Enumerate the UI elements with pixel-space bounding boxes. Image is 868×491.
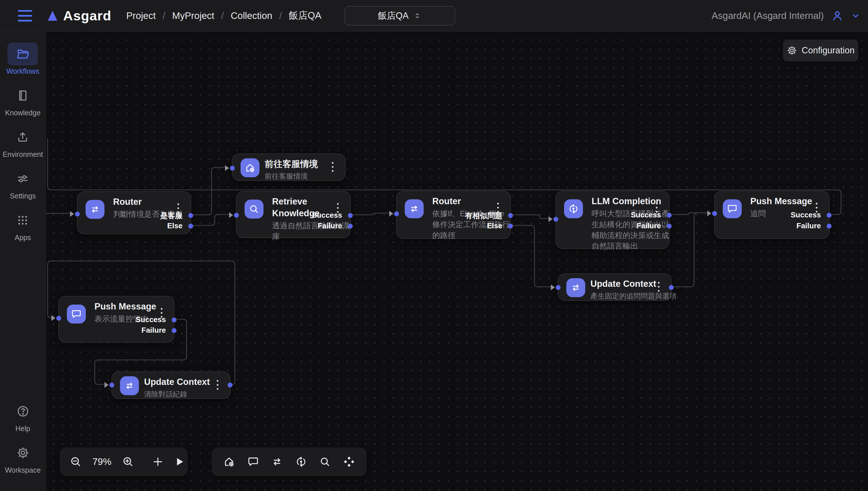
folder-icon <box>16 47 29 60</box>
sidebar-item-settings[interactable]: Settings <box>3 167 43 200</box>
node-title: Update Context <box>591 278 656 290</box>
brand-name: Asgard <box>63 8 111 24</box>
output-port[interactable] <box>172 317 177 322</box>
node-title: Push Message <box>750 196 812 207</box>
output-label: Success <box>135 315 166 324</box>
node-router-2[interactable]: Router依據If、Else If、Else條件決定工作流程執行的路徑有相似問… <box>396 191 511 239</box>
input-port[interactable] <box>712 211 717 216</box>
upload-icon <box>16 131 29 144</box>
node-text: Update Context清除對話紀錄 <box>144 376 210 399</box>
llm-icon <box>568 203 579 214</box>
output-port[interactable] <box>348 224 353 229</box>
kebab-menu-icon[interactable] <box>656 280 661 293</box>
input-port[interactable] <box>556 285 561 290</box>
output-label: Success <box>790 210 821 220</box>
node-goto-scene[interactable]: 前往客服情境前往客服情境 <box>232 153 346 181</box>
sidebar-item-label: Knowledge <box>5 109 41 117</box>
llm-icon <box>295 456 307 468</box>
node-title: Update Context <box>144 376 210 388</box>
zoom-level: 79% <box>91 456 113 467</box>
output-label: Failure <box>141 326 166 335</box>
input-port[interactable] <box>234 213 239 218</box>
breadcrumb-project[interactable]: Project <box>126 10 156 21</box>
appsgrid-icon <box>16 214 29 227</box>
input-port[interactable] <box>75 212 80 216</box>
workflow-canvas[interactable] <box>46 32 868 491</box>
node-subtitle: 產生固定的追問問題與選項 <box>591 291 656 301</box>
node-icon-tile <box>564 199 583 218</box>
output-port[interactable] <box>669 285 674 290</box>
output-port[interactable] <box>188 224 193 229</box>
kebab-menu-icon[interactable] <box>330 160 335 174</box>
sidebar-tile-settings <box>7 167 38 190</box>
output-port[interactable] <box>667 213 672 218</box>
sidebar-item-help[interactable]: Help <box>8 400 38 433</box>
node-push-message-throttle[interactable]: Push Message表示流量控管中SuccessFailure <box>58 296 174 343</box>
node-router-1[interactable]: Router判斷情境是否為客服是客服Else <box>77 191 191 234</box>
tool-push-message-button[interactable] <box>247 456 260 468</box>
menu-icon[interactable] <box>18 10 32 22</box>
tool-update-context-button[interactable] <box>271 456 283 468</box>
input-port[interactable] <box>230 166 235 171</box>
sidebar-main: WorkflowsKnowledgeEnvironmentSettingsApp… <box>3 42 43 250</box>
node-update-context-clear[interactable]: Update Context清除對話紀錄 <box>111 371 230 399</box>
tool-add-scene-button[interactable] <box>223 456 235 468</box>
breadcrumb: Project/ MyProject/ Collection/ 飯店QA <box>126 9 322 22</box>
account-label: AsgardAI (Asgard Internal) <box>711 10 824 21</box>
sidebar-item-label: Help <box>16 425 30 433</box>
output-label: Else <box>487 222 503 230</box>
sidebar-item-label: Environment <box>3 150 43 158</box>
output-port[interactable] <box>508 213 513 218</box>
tool-move-button[interactable] <box>343 456 355 468</box>
output-port[interactable] <box>188 213 193 218</box>
output-port[interactable] <box>172 328 177 333</box>
zoom-out-button[interactable] <box>70 456 82 468</box>
gear-icon <box>787 45 797 56</box>
output-port[interactable] <box>827 224 832 229</box>
output-port[interactable] <box>348 213 353 218</box>
workflow-selector[interactable]: 飯店QA <box>345 6 455 26</box>
tool-retrieve-knowledge-button[interactable] <box>319 456 331 468</box>
input-port[interactable] <box>56 316 61 321</box>
node-title: Push Message <box>94 301 156 313</box>
configuration-button[interactable]: Configuration <box>783 39 858 61</box>
kebab-menu-icon[interactable] <box>215 378 220 392</box>
output-port[interactable] <box>667 224 672 229</box>
zoom-in-button[interactable] <box>122 456 134 468</box>
breadcrumb-workflow[interactable]: 飯店QA <box>289 9 322 22</box>
sidebar-item-knowledge[interactable]: Knowledge <box>3 84 43 117</box>
breadcrumb-myproject[interactable]: MyProject <box>172 10 214 21</box>
tool-llm-completion-button[interactable] <box>295 456 307 468</box>
brand: Asgard <box>46 8 111 24</box>
sidebar-item-environment[interactable]: Environment <box>3 126 43 158</box>
node-retrieve-knowledge[interactable]: Retrieve Knowledge透過自然語言檢索知識庫SuccessFail… <box>236 191 351 238</box>
node-icon-tile <box>723 199 742 218</box>
output-port[interactable] <box>508 224 513 229</box>
person-icon[interactable] <box>831 9 844 22</box>
input-port[interactable] <box>109 383 114 387</box>
chevron-down-icon[interactable] <box>851 11 861 21</box>
output-port[interactable] <box>227 383 233 387</box>
node-update-context-followup[interactable]: Update Context產生固定的追問問題與選項 <box>558 273 672 301</box>
sidebar-item-workflows[interactable]: Workflows <box>3 42 43 76</box>
updown-chevron-icon <box>413 11 422 20</box>
node-icon-tile <box>566 278 585 297</box>
asgard-logo-icon <box>46 9 59 22</box>
breadcrumb-collection[interactable]: Collection <box>231 10 272 21</box>
node-llm-completion[interactable]: LLM Completion呼叫大型語言模型並產生結構化的資料輸出以輔助流程的決… <box>555 191 670 249</box>
node-title: 前往客服情境 <box>265 158 318 170</box>
sidebar-item-apps[interactable]: Apps <box>3 209 43 242</box>
output-port[interactable] <box>827 213 832 218</box>
sidebar-item-workspace[interactable]: Workspace <box>5 441 41 474</box>
node-icon-tile <box>245 200 264 219</box>
input-port[interactable] <box>394 211 399 216</box>
input-port[interactable] <box>553 217 558 222</box>
workflow-selector-value: 飯店QA <box>378 10 409 22</box>
add-node-button[interactable] <box>152 456 164 468</box>
node-push-message-followup[interactable]: Push Message追問SuccessFailure <box>714 191 830 239</box>
run-button[interactable] <box>173 456 185 468</box>
sidebar-item-label: Workspace <box>5 466 41 474</box>
chat-icon <box>247 456 260 468</box>
zoom-toolbar: 79% <box>60 447 188 476</box>
search-icon <box>248 203 260 215</box>
